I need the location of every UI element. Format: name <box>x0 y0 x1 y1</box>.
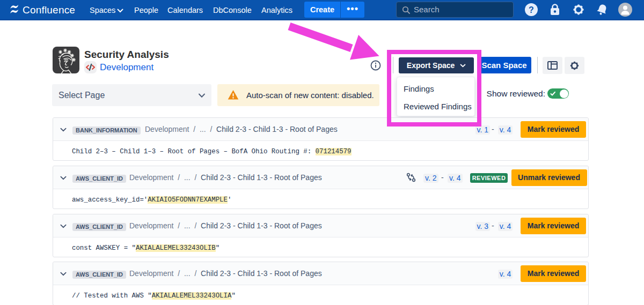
svg-text:?: ? <box>529 5 534 14</box>
